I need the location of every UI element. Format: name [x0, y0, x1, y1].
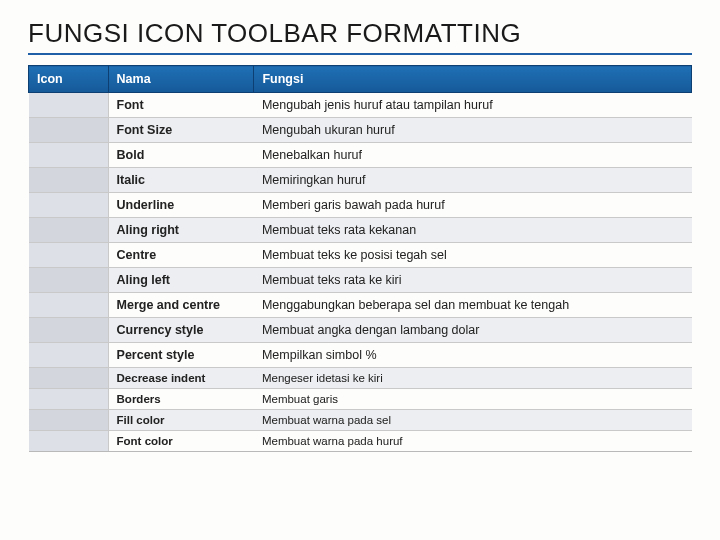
table-row: Font colorMembuat warna pada huruf — [29, 431, 692, 452]
cell-fungsi: Mengubah jenis huruf atau tampilan huruf — [254, 93, 692, 118]
header-icon: Icon — [29, 66, 109, 93]
cell-fungsi: Membuat warna pada huruf — [254, 431, 692, 452]
cell-icon — [29, 389, 109, 410]
cell-nama: Centre — [108, 243, 254, 268]
cell-fungsi: Mengubah ukuran huruf — [254, 118, 692, 143]
cell-nama: Percent style — [108, 343, 254, 368]
cell-nama: Underline — [108, 193, 254, 218]
table-row: Fill colorMembuat warna pada sel — [29, 410, 692, 431]
cell-icon — [29, 168, 109, 193]
cell-fungsi: Memiringkan huruf — [254, 168, 692, 193]
cell-icon — [29, 118, 109, 143]
cell-icon — [29, 268, 109, 293]
cell-icon — [29, 143, 109, 168]
table-header-row: Icon Nama Fungsi — [29, 66, 692, 93]
cell-nama: Aling right — [108, 218, 254, 243]
table-row: Aling rightMembuat teks rata kekanan — [29, 218, 692, 243]
cell-nama: Italic — [108, 168, 254, 193]
cell-icon — [29, 431, 109, 452]
cell-icon — [29, 368, 109, 389]
table-row: FontMengubah jenis huruf atau tampilan h… — [29, 93, 692, 118]
table-row: Percent styleMempilkan simbol % — [29, 343, 692, 368]
cell-nama: Bold — [108, 143, 254, 168]
cell-icon — [29, 410, 109, 431]
table-row: CentreMembuat teks ke posisi tegah sel — [29, 243, 692, 268]
cell-icon — [29, 343, 109, 368]
cell-icon — [29, 243, 109, 268]
header-fungsi: Fungsi — [254, 66, 692, 93]
table-row: Aling leftMembuat teks rata ke kiri — [29, 268, 692, 293]
cell-fungsi: Mempilkan simbol % — [254, 343, 692, 368]
table-row: Merge and centreMenggabungkan beberapa s… — [29, 293, 692, 318]
cell-fungsi: Membuat teks rata kekanan — [254, 218, 692, 243]
cell-nama: Merge and centre — [108, 293, 254, 318]
cell-nama: Fill color — [108, 410, 254, 431]
cell-fungsi: Membuat teks ke posisi tegah sel — [254, 243, 692, 268]
table-row: UnderlineMemberi garis bawah pada huruf — [29, 193, 692, 218]
cell-nama: Currency style — [108, 318, 254, 343]
cell-icon — [29, 193, 109, 218]
cell-icon — [29, 93, 109, 118]
cell-fungsi: Membuat angka dengan lambang dolar — [254, 318, 692, 343]
cell-fungsi: Menggabungkan beberapa sel dan membuat k… — [254, 293, 692, 318]
table-row: BordersMembuat garis — [29, 389, 692, 410]
header-nama: Nama — [108, 66, 254, 93]
table-row: Currency styleMembuat angka dengan lamba… — [29, 318, 692, 343]
cell-fungsi: Memberi garis bawah pada huruf — [254, 193, 692, 218]
table-row: Font SizeMengubah ukuran huruf — [29, 118, 692, 143]
cell-nama: Font Size — [108, 118, 254, 143]
cell-icon — [29, 218, 109, 243]
cell-fungsi: Menebalkan huruf — [254, 143, 692, 168]
cell-nama: Aling left — [108, 268, 254, 293]
table-row: BoldMenebalkan huruf — [29, 143, 692, 168]
cell-nama: Font color — [108, 431, 254, 452]
cell-icon — [29, 293, 109, 318]
cell-nama: Font — [108, 93, 254, 118]
table-row: ItalicMemiringkan huruf — [29, 168, 692, 193]
cell-fungsi: Membuat garis — [254, 389, 692, 410]
table-row: Decrease indentMengeser idetasi ke kiri — [29, 368, 692, 389]
cell-fungsi: Membuat teks rata ke kiri — [254, 268, 692, 293]
cell-fungsi: Membuat warna pada sel — [254, 410, 692, 431]
cell-fungsi: Mengeser idetasi ke kiri — [254, 368, 692, 389]
cell-icon — [29, 318, 109, 343]
cell-nama: Decrease indent — [108, 368, 254, 389]
page-title: FUNGSI ICON TOOLBAR FORMATTING — [28, 18, 692, 55]
cell-nama: Borders — [108, 389, 254, 410]
formatting-table: Icon Nama Fungsi FontMengubah jenis huru… — [28, 65, 692, 452]
